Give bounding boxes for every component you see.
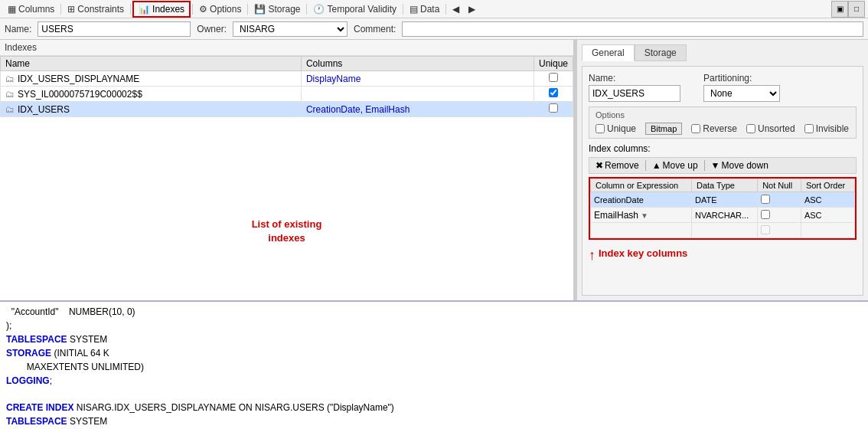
index-list-container[interactable]: Name Columns Unique 🗂 IDX_USERS_DISPLAYN… <box>0 56 573 163</box>
unique-checkbox-1[interactable] <box>549 88 558 97</box>
toolbar-sep-4 <box>247 4 248 15</box>
bitmap-button[interactable]: Bitmap <box>645 123 682 135</box>
left-panel: Indexes Name Columns Unique <box>0 40 574 300</box>
table-row[interactable]: 🗂 IDX_USERS CreationDate, EmailHash <box>1 102 573 117</box>
unique-option-label: Unique <box>607 123 636 134</box>
toolbar-columns[interactable]: ▦ Columns <box>3 2 59 16</box>
table-row[interactable]: 🗂 IDX_USERS_DISPLAYNAME DisplayName <box>1 71 573 87</box>
ic-column-name: EmailHash ▼ <box>591 208 692 223</box>
ic-empty-cell <box>692 223 758 238</box>
table-row[interactable]: CreationDate DATE ASC <box>591 192 855 208</box>
index-row-icon: 🗂 <box>5 74 15 84</box>
sql-line: TABLESPACE SYSTEM <box>6 414 862 428</box>
toolbar-indexes[interactable]: 📊 Indexes <box>132 1 191 18</box>
sql-line: LOGGING; <box>6 374 862 388</box>
ic-notnull <box>758 192 801 208</box>
notnull-checkbox-2[interactable] <box>761 225 770 234</box>
index-unique-cell <box>534 102 573 117</box>
comment-input[interactable] <box>402 21 863 37</box>
storage-icon: 💾 <box>254 4 266 15</box>
toolbar-prev[interactable]: ◀ <box>448 2 464 16</box>
options-box: Options Unique Bitmap Reverse <box>589 106 857 139</box>
temporal-icon: 🕐 <box>313 4 325 15</box>
index-table: Name Columns Unique 🗂 IDX_USERS_DISPLAYN… <box>0 56 573 117</box>
index-columns-cell: DisplayName <box>301 71 534 87</box>
indexes-title: Indexes <box>0 40 573 56</box>
unsorted-option-checkbox[interactable] <box>746 124 755 133</box>
col-header-columns: Columns <box>301 57 534 71</box>
sql-line: MAXEXTENTS UNLIMITED) <box>6 360 862 374</box>
sql-area[interactable]: "AccountId" NUMBER(10, 0) ); TABLESPACE … <box>0 300 868 429</box>
name-field-label: Name: <box>589 73 680 84</box>
option-invisible: Invisible <box>804 123 849 134</box>
index-unique-cell <box>534 87 573 102</box>
ic-empty-cell <box>591 223 692 238</box>
tab-general[interactable]: General <box>582 44 635 61</box>
ic-col-header-sort: Sort Order <box>801 179 854 192</box>
owner-select[interactable]: NISARG <box>233 21 348 37</box>
index-name-field[interactable] <box>589 85 680 102</box>
unsorted-option-label: Unsorted <box>758 123 795 134</box>
invisible-option-checkbox[interactable] <box>804 124 814 133</box>
ic-notnull-empty <box>758 223 801 238</box>
index-columns-toolbar: ✖ Remove ▲ Move up ▼ Move down <box>589 157 857 174</box>
constraint-icon: ⊞ <box>67 4 75 15</box>
reverse-option-label: Reverse <box>703 123 737 134</box>
toolbar-sep-5 <box>306 4 307 15</box>
options-title: Options <box>596 110 850 120</box>
ic-sep-2 <box>704 160 705 171</box>
toolbar-options[interactable]: ⚙ Options <box>194 2 246 16</box>
toolbar-constraints[interactable]: ⊞ Constraints <box>63 2 129 16</box>
ic-column-name: CreationDate <box>591 192 692 208</box>
gear-icon: ⚙ <box>199 4 207 15</box>
tab-storage[interactable]: Storage <box>635 44 687 61</box>
moveup-icon: ▲ <box>652 160 661 171</box>
partitioning-select[interactable]: None <box>703 85 780 102</box>
movedown-icon: ▼ <box>711 160 720 171</box>
name-partitioning-row: Name: Partitioning: None <box>589 73 857 102</box>
toolbar-sep-1 <box>60 4 61 15</box>
win-restore-btn[interactable]: ▣ <box>831 1 848 18</box>
movedown-btn[interactable]: ▼ Move down <box>708 159 772 172</box>
notnull-checkbox-1[interactable] <box>761 210 770 219</box>
table-row[interactable]: EmailHash ▼ NVARCHAR... ASC <box>591 208 855 223</box>
unique-checkbox-0[interactable] <box>549 73 558 82</box>
sql-line: ); <box>6 319 862 332</box>
comment-label: Comment: <box>354 24 396 34</box>
index-row-icon: 🗂 <box>5 89 15 100</box>
sql-line: "AccountId" NUMBER(10, 0) <box>6 305 862 319</box>
remove-btn[interactable]: ✖ Remove <box>592 159 642 172</box>
index-name-cell: 🗂 IDX_USERS_DISPLAYNAME <box>1 71 302 87</box>
list-annotation: List of existing indexes <box>0 163 573 301</box>
index-row-icon: 🗂 <box>5 104 15 115</box>
ic-col-header-datatype: Data Type <box>692 179 758 192</box>
dropdown-arrow-icon[interactable]: ▼ <box>641 211 648 220</box>
notnull-checkbox-0[interactable] <box>761 195 770 204</box>
main-toolbar: ▦ Columns ⊞ Constraints 📊 Indexes ⚙ Opti… <box>0 0 868 18</box>
toolbar-next[interactable]: ▶ <box>464 2 480 16</box>
toolbar-data[interactable]: ▤ Data <box>405 2 444 16</box>
window-controls: ▣ □ <box>831 1 865 18</box>
ic-sort: ASC <box>801 208 854 223</box>
toolbar-storage[interactable]: 💾 Storage <box>250 2 305 16</box>
toolbar-temporal[interactable]: 🕐 Temporal Validity <box>308 2 400 16</box>
index-columns-table-wrapper: Column or Expression Data Type Not Null … <box>589 177 857 240</box>
index-columns-label: Index columns: <box>589 143 857 154</box>
ic-sep-1 <box>645 160 646 171</box>
unique-option-checkbox[interactable] <box>596 124 605 133</box>
partitioning-label: Partitioning: <box>703 73 780 84</box>
invisible-option-label: Invisible <box>816 123 849 134</box>
reverse-option-checkbox[interactable] <box>691 124 700 133</box>
col-header-unique: Unique <box>534 57 573 71</box>
win-maximize-btn[interactable]: □ <box>848 1 865 18</box>
name-input[interactable] <box>38 21 191 37</box>
unique-checkbox-2[interactable] <box>549 103 558 113</box>
right-panel: General Storage Name: Partitioning: None <box>577 40 868 300</box>
ic-col-header-notnull: Not Null <box>758 179 801 192</box>
index-name-cell: 🗂 IDX_USERS <box>1 102 302 117</box>
index-columns-cell: CreationDate, EmailHash <box>301 102 534 117</box>
moveup-btn[interactable]: ▲ Move up <box>649 159 701 172</box>
annotation-arrow-up-icon: ↑ <box>589 247 596 264</box>
table-row[interactable]: 🗂 SYS_IL0000075719C00002$$ <box>1 87 573 102</box>
ic-notnull <box>758 208 801 223</box>
